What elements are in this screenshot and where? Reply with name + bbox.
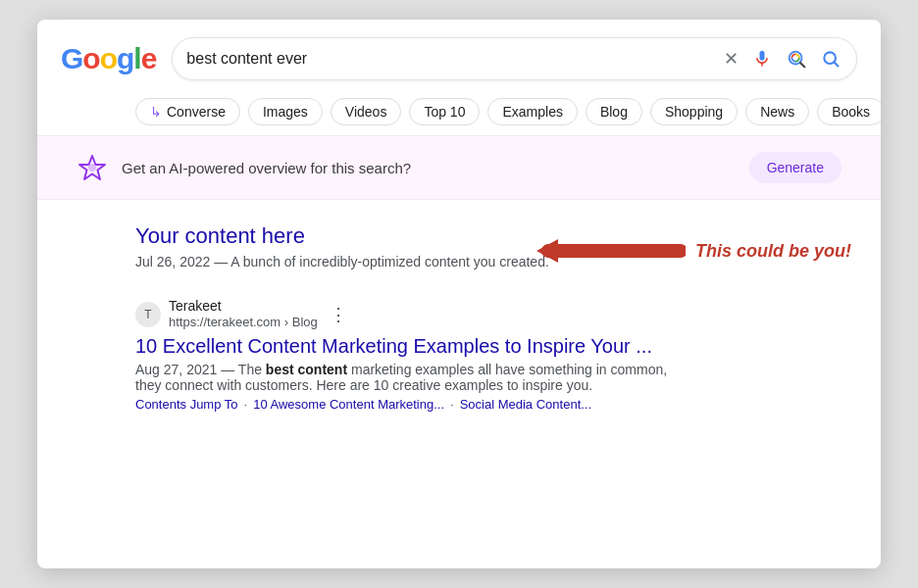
chip-shopping[interactable]: Shopping bbox=[650, 98, 738, 125]
first-result-snippet: A bunch of incredibly-optimized content … bbox=[230, 254, 549, 270]
chip-images-label: Images bbox=[263, 104, 308, 120]
site-url: https://terakeet.com › Blog bbox=[169, 315, 318, 331]
first-result-date: Jul 26, 2022 bbox=[135, 254, 210, 270]
ai-star-icon bbox=[76, 152, 108, 183]
logo-g2: g bbox=[117, 42, 133, 75]
breadcrumb-link-1[interactable]: Contents Jump To bbox=[135, 397, 238, 412]
main-content: Your content here Jul 26, 2022 — A bunch… bbox=[37, 200, 881, 431]
search-button[interactable] bbox=[819, 47, 842, 71]
first-result-title[interactable]: Your content here bbox=[135, 223, 305, 248]
chip-examples-label: Examples bbox=[502, 104, 562, 120]
chip-top10-label: Top 10 bbox=[424, 104, 465, 120]
arrow-graphic bbox=[529, 221, 686, 280]
second-result-bold: best content bbox=[266, 362, 347, 377]
search-bar: ✕ bbox=[172, 37, 857, 80]
chip-news-label: News bbox=[760, 104, 794, 120]
site-name: Terakeet bbox=[169, 297, 318, 315]
browser-window: G o o g l e ✕ bbox=[37, 20, 881, 568]
chip-images[interactable]: Images bbox=[248, 98, 323, 125]
second-result-block: T Terakeet https://terakeet.com › Blog ⋮… bbox=[135, 297, 842, 412]
chip-converse-label: Converse bbox=[167, 104, 226, 120]
svg-line-3 bbox=[835, 63, 839, 67]
svg-point-5 bbox=[88, 164, 96, 172]
clear-button[interactable]: ✕ bbox=[722, 46, 740, 72]
converse-arrow-icon: ↳ bbox=[150, 104, 162, 120]
callout-area: This could be you! bbox=[529, 221, 851, 280]
breadcrumb-sep-2: · bbox=[450, 397, 454, 412]
logo-e: e bbox=[141, 42, 157, 75]
logo-o2: o bbox=[100, 42, 117, 75]
logo-l: l bbox=[133, 42, 140, 75]
chip-blog[interactable]: Blog bbox=[586, 98, 642, 125]
chip-blog-label: Blog bbox=[600, 104, 628, 120]
site-info: T Terakeet https://terakeet.com › Blog ⋮ bbox=[135, 297, 842, 331]
lens-icon bbox=[786, 48, 807, 70]
svg-marker-7 bbox=[536, 239, 558, 263]
callout-text: This could be you! bbox=[695, 241, 851, 262]
breadcrumb-link-3[interactable]: Social Media Content... bbox=[460, 397, 591, 412]
second-result-meta: Aug 27, 2021 — The best content marketin… bbox=[135, 362, 685, 393]
search-icons: ✕ bbox=[722, 46, 842, 72]
logo-g: G bbox=[61, 42, 82, 75]
chip-books-label: Books bbox=[832, 104, 870, 120]
chip-top10[interactable]: Top 10 bbox=[409, 98, 480, 125]
generate-button[interactable]: Generate bbox=[749, 152, 842, 183]
chip-news[interactable]: News bbox=[745, 98, 809, 125]
breadcrumb-link-2[interactable]: 10 Awesome Content Marketing... bbox=[253, 397, 444, 412]
mic-button[interactable] bbox=[750, 47, 774, 71]
site-name-block: Terakeet https://terakeet.com › Blog bbox=[169, 297, 318, 331]
chip-videos[interactable]: Videos bbox=[331, 98, 402, 125]
second-result-date: Aug 27, 2021 bbox=[135, 362, 217, 377]
header: G o o g l e ✕ bbox=[37, 20, 881, 92]
chip-converse[interactable]: ↳ Converse bbox=[135, 98, 240, 125]
breadcrumb-links: Contents Jump To · 10 Awesome Content Ma… bbox=[135, 397, 842, 412]
ai-banner-text: Get an AI-powered overview for this sear… bbox=[122, 160, 736, 176]
google-logo: G o o g l e bbox=[61, 42, 156, 75]
second-result-dash: — The bbox=[221, 362, 266, 377]
favicon-letter: T bbox=[144, 308, 151, 321]
breadcrumb-sep-1: · bbox=[244, 397, 248, 412]
search-input[interactable] bbox=[186, 50, 714, 68]
chip-books[interactable]: Books bbox=[817, 98, 881, 125]
logo-o1: o bbox=[82, 42, 99, 75]
svg-line-1 bbox=[800, 63, 804, 67]
chip-videos-label: Videos bbox=[345, 104, 387, 120]
lens-button[interactable] bbox=[784, 46, 809, 72]
mic-icon bbox=[752, 49, 772, 69]
three-dots-button[interactable]: ⋮ bbox=[330, 304, 347, 325]
ai-banner: Get an AI-powered overview for this sear… bbox=[37, 136, 881, 200]
second-result-title[interactable]: 10 Excellent Content Marketing Examples … bbox=[135, 335, 842, 358]
first-result-dash: — bbox=[214, 254, 230, 270]
site-favicon: T bbox=[135, 302, 161, 327]
chip-shopping-label: Shopping bbox=[665, 104, 723, 120]
chips-bar: ↳ Converse Images Videos Top 10 Examples… bbox=[37, 92, 881, 136]
search-icon bbox=[821, 49, 841, 69]
chip-examples[interactable]: Examples bbox=[487, 98, 577, 125]
